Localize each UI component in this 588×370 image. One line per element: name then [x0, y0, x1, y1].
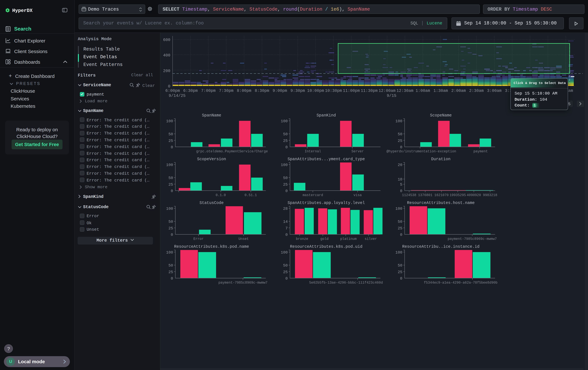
- svg-text:7:30pm: 7:30pm: [219, 89, 233, 93]
- svg-text:10:30pm: 10:30pm: [325, 89, 342, 93]
- svg-text:1:30am: 1:30am: [433, 89, 448, 93]
- svg-text:5: 5: [400, 182, 402, 187]
- svg-text:28: 28: [283, 207, 288, 211]
- svg-text:Error: Error: [193, 237, 204, 241]
- svg-text:100: 100: [166, 163, 173, 167]
- svg-text:bronze: bronze: [296, 237, 308, 241]
- svg-text:11:30pm: 11:30pm: [361, 89, 378, 93]
- svg-text:0: 0: [285, 276, 288, 281]
- svg-text:Unset: Unset: [239, 237, 249, 241]
- svg-text:100: 100: [281, 119, 288, 123]
- svg-text:25: 25: [283, 182, 288, 187]
- svg-text:1:00am: 1:00am: [416, 89, 430, 93]
- svg-text:400: 400: [163, 53, 170, 58]
- svg-text:10:00pm: 10:00pm: [307, 89, 324, 93]
- svg-text:0: 0: [285, 145, 288, 150]
- svg-text:8:30pm: 8:30pm: [255, 89, 269, 93]
- svg-text:25: 25: [398, 270, 402, 274]
- svg-text:9/14/25: 9/14/25: [168, 93, 186, 98]
- svg-text:25: 25: [168, 226, 173, 230]
- svg-text:7: 7: [285, 226, 288, 230]
- svg-text:2:00am: 2:00am: [451, 89, 466, 93]
- svg-text:5e02b5fb-13ae-4296-bbbc-111f42: 5e02b5fb-13ae-4296-bbbc-111f423c460d: [309, 281, 383, 285]
- svg-text:1621070: 1621070: [434, 193, 449, 197]
- svg-text:9983218: 9983218: [483, 193, 497, 197]
- svg-text:100: 100: [166, 119, 173, 123]
- svg-text:100: 100: [166, 250, 173, 255]
- svg-text:100: 100: [395, 119, 402, 123]
- svg-text:4090920: 4090920: [467, 193, 481, 197]
- svg-text:19935295: 19935295: [450, 193, 466, 197]
- svg-text:50: 50: [283, 263, 288, 268]
- svg-text:7:00pm: 7:00pm: [201, 89, 216, 93]
- svg-text:100: 100: [395, 207, 402, 211]
- svg-text:Duration: Duration: [431, 157, 451, 161]
- svg-text:0: 0: [400, 276, 402, 281]
- svg-text:SpanAttributes.app.loyalty.lev: SpanAttributes.app.loyalty.level: [288, 200, 365, 205]
- svg-text:1376801: 1376801: [418, 193, 432, 197]
- svg-text:25: 25: [168, 270, 173, 274]
- svg-text:0: 0: [400, 189, 402, 193]
- svg-text:2:30am: 2:30am: [469, 89, 484, 93]
- svg-text:25: 25: [398, 139, 402, 143]
- svg-text:14: 14: [283, 220, 288, 224]
- svg-text:6:30pm: 6:30pm: [183, 89, 198, 93]
- svg-text:0: 0: [171, 145, 173, 150]
- svg-text:0: 0: [400, 145, 402, 150]
- svg-text:50: 50: [398, 220, 402, 224]
- svg-text:600: 600: [163, 38, 170, 42]
- svg-text:SpanAttributes...yment.card_ty: SpanAttributes...yment.card_type: [288, 157, 365, 161]
- svg-text:50: 50: [168, 132, 173, 136]
- svg-text:12:00am: 12:00am: [378, 89, 395, 93]
- svg-text:50: 50: [283, 132, 288, 136]
- svg-text:payment: payment: [473, 150, 488, 153]
- svg-text:25: 25: [283, 270, 288, 274]
- svg-text:visa: visa: [354, 193, 362, 197]
- svg-text:grpc.oteldemo.PaymentService/C: grpc.oteldemo.PaymentService/Charge: [196, 150, 268, 153]
- svg-text:ResourceAttributes.k8s.pod.nam: ResourceAttributes.k8s.pod.name: [174, 244, 249, 249]
- svg-text:25: 25: [168, 182, 173, 187]
- svg-text:9:00pm: 9:00pm: [273, 89, 287, 93]
- svg-text:12:30am: 12:30am: [396, 89, 413, 93]
- svg-text:100: 100: [166, 207, 173, 211]
- svg-text:10: 10: [398, 177, 402, 182]
- svg-text:11:00pm: 11:00pm: [343, 89, 360, 93]
- svg-text:ScopeName: ScopeName: [430, 113, 452, 118]
- svg-text:20: 20: [398, 163, 402, 167]
- svg-text:50: 50: [398, 263, 402, 268]
- svg-text:3:00am: 3:00am: [487, 89, 502, 93]
- svg-text:1124538: 1124538: [402, 193, 416, 197]
- svg-text:Server: Server: [351, 150, 364, 153]
- svg-text:0: 0: [285, 189, 288, 193]
- svg-text:Internal: Internal: [305, 150, 321, 153]
- svg-text:0.51.1: 0.51.1: [245, 193, 257, 197]
- svg-text:SpanName: SpanName: [202, 113, 221, 118]
- svg-text:gold: gold: [320, 237, 329, 241]
- svg-text:0: 0: [400, 233, 402, 237]
- svg-text:0: 0: [171, 276, 173, 281]
- svg-text:100: 100: [395, 250, 402, 255]
- svg-text:@hyperdx/instrumentation-excep: @hyperdx/instrumentation-exception: [387, 150, 456, 153]
- svg-text:50: 50: [168, 220, 173, 224]
- svg-text:platinum: platinum: [340, 237, 357, 241]
- svg-text:9:30pm: 9:30pm: [290, 89, 305, 93]
- svg-text:0: 0: [168, 84, 170, 89]
- svg-text:50: 50: [168, 263, 173, 268]
- svg-text:ScopeVersion: ScopeVersion: [197, 157, 226, 161]
- svg-text:9/15: 9/15: [387, 93, 396, 98]
- svg-text:50: 50: [168, 176, 173, 180]
- svg-text:50: 50: [398, 132, 402, 136]
- svg-text:payment-7985c8969c-mwmw7: payment-7985c8969c-mwmw7: [448, 237, 497, 241]
- svg-text:25: 25: [398, 226, 402, 230]
- svg-text:silver: silver: [365, 237, 377, 241]
- svg-text:0: 0: [285, 233, 288, 237]
- svg-text:5: 5: [568, 102, 571, 107]
- svg-text:100: 100: [281, 163, 288, 167]
- svg-text:200: 200: [163, 69, 170, 73]
- svg-text:StatusCode: StatusCode: [200, 200, 224, 205]
- svg-text:0: 0: [171, 189, 173, 193]
- svg-text:25: 25: [168, 139, 173, 143]
- svg-text:f5344ec9-a1ea-4290-a62a-78f5be: f5344ec9-a1ea-4290-a62a-78f5bee8d90b: [424, 281, 497, 285]
- svg-text:50: 50: [283, 176, 288, 180]
- svg-text:0: 0: [171, 233, 173, 237]
